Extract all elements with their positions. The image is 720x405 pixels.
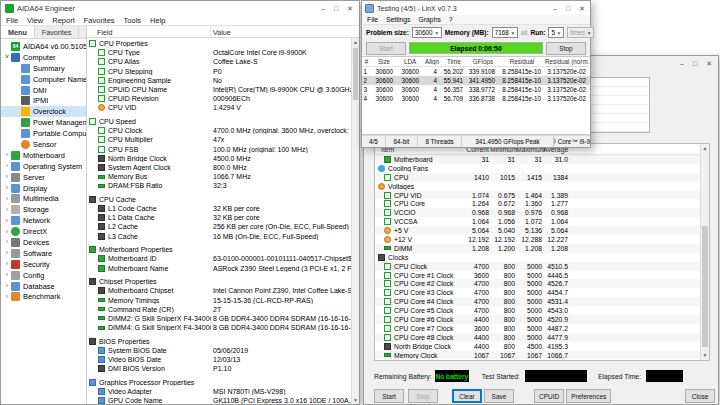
menu-item-report[interactable]: Report (52, 16, 75, 25)
stats-row[interactable]: CPU Core #6 Clock440080050004520.9 (375, 315, 700, 324)
stats-row[interactable]: CPU VID1.0740.6751.4641.389 (375, 191, 700, 200)
tree-collapsed-arrow-icon[interactable]: › (3, 282, 11, 290)
field-row[interactable]: DIMM4: G Skill SniperX F4-3400C16-8G...8… (87, 323, 359, 332)
column-header-time[interactable]: Time (441, 58, 467, 65)
field-row[interactable]: Video AdapterMSI N780Ti (MS-V298) (87, 387, 359, 396)
tab-favorites[interactable]: Favorites (35, 26, 80, 38)
results-row[interactable]: 23060030600455.941341.49508.258415e-103.… (362, 76, 590, 85)
tree-item-config[interactable]: ›Config (1, 270, 86, 281)
minimize-icon[interactable]: – (321, 5, 325, 12)
tree-item-power-management[interactable]: Power Management (1, 117, 86, 128)
field-group-row[interactable]: Chipset Properties (87, 277, 359, 286)
stop-button[interactable]: Stop (408, 389, 438, 403)
save-button[interactable]: Save (484, 389, 514, 403)
field-group-row[interactable]: CPU Properties (87, 39, 359, 48)
field-group-row[interactable]: Motherboard Properties (87, 245, 359, 254)
tree-item-portable-computer[interactable]: Portable Computer (1, 128, 86, 139)
maximize-icon[interactable]: □ (566, 5, 570, 12)
stats-row[interactable]: CPU Core #2 Clock470080050004526.7 (375, 279, 700, 288)
field-row[interactable]: CPU Clock4700.0 MHz (original: 3600 MHz,… (87, 126, 359, 135)
run-select[interactable]: 5 ▼ (548, 27, 564, 38)
results-row[interactable]: 13060030600456.202339.91088.258415e-103.… (362, 67, 590, 76)
tree-collapsed-arrow-icon[interactable]: › (3, 151, 11, 159)
close-button[interactable]: Close (685, 389, 715, 403)
field-row[interactable]: DMI BIOS VersionP1.10 (87, 364, 359, 373)
results-row[interactable]: 33060030600456.357338.97728.258415e-103.… (362, 85, 590, 94)
field-row[interactable]: GPU Code NameGK110B (PCI Express 3.0 x16… (87, 396, 359, 404)
field-row[interactable]: Command Rate (CR)2T (87, 305, 359, 314)
tree-item-database[interactable]: ›Database (1, 281, 86, 292)
field-row[interactable]: Motherboard ID63-0100-000001-00101111-04… (87, 254, 359, 263)
results-row[interactable]: 43060030600456.709336.87388.258415e-103.… (362, 94, 590, 103)
field-row[interactable]: CPU Multiplier47x (87, 135, 359, 144)
tree-item-computer[interactable]: ˅Computer (1, 52, 86, 63)
column-header-[interactable]: # (362, 58, 371, 65)
stats-row[interactable]: CPU Core #8 Clock440080050004477.9 (375, 333, 700, 342)
cpuid-button[interactable]: CPUID (534, 389, 564, 403)
stats-row[interactable]: CPU Core #7 Clock360080050004487.2 (375, 324, 700, 333)
tree-item-display[interactable]: ›Display (1, 183, 86, 194)
tree-item-benchmark[interactable]: ›Benchmark (1, 291, 86, 302)
start-button[interactable]: Start (374, 389, 404, 403)
field-row[interactable]: Motherboard NameASRock Z390 Steel Legend… (87, 263, 359, 272)
value-column-header[interactable]: Value (211, 26, 359, 37)
memory-select[interactable]: 7168 ▼ (492, 27, 518, 38)
field-row[interactable]: CPUID Revision000906ECh (87, 94, 359, 103)
stats-row[interactable]: CPU Core1.2640.6721.3601.277 (375, 199, 700, 208)
field-row[interactable]: CPUID CPU NameIntel(R) Core(TM) i9-9900K… (87, 85, 359, 94)
field-row[interactable]: L3 Cache16 MB (On-Die, ECC, Full-Speed) (87, 232, 359, 241)
column-header-align[interactable]: Align (423, 58, 441, 65)
field-group-row[interactable]: CPU Speed (87, 117, 359, 126)
tree-item-network[interactable]: ›Network (1, 215, 86, 226)
close-icon[interactable]: ✕ (579, 5, 585, 12)
minimize-icon[interactable]: – (680, 60, 684, 67)
menu-item-help[interactable]: Help (150, 16, 165, 25)
scroll-up-icon[interactable]: ▲ (701, 144, 709, 153)
tree-item-operating-system[interactable]: ›Operating System (1, 161, 86, 172)
menu-item-file[interactable]: File (6, 16, 18, 25)
tree-collapsed-arrow-icon[interactable]: › (3, 195, 11, 203)
column-header-lda[interactable]: LDA (397, 58, 423, 65)
column-header-size[interactable]: Size (371, 58, 397, 65)
stats-row[interactable]: CPU Core #1 Clock360080050004446.5 (375, 271, 700, 280)
menu-item-file[interactable]: File (367, 16, 378, 23)
field-group-row[interactable]: CPU Cache (87, 195, 359, 204)
column-header-residual[interactable]: Residual (499, 58, 545, 65)
problem-size-select[interactable]: 30600 ▼ (412, 27, 442, 38)
minimize-icon[interactable]: – (553, 5, 557, 12)
tree-expanded-arrow-icon[interactable]: ˅ (3, 53, 11, 61)
tree-item-storage[interactable]: ›Storage (1, 204, 86, 215)
all-label[interactable]: all (521, 29, 528, 36)
tree-item-ipmi[interactable]: IPMI (1, 95, 86, 106)
scroll-down-icon[interactable]: ▼ (701, 351, 709, 360)
tree-collapsed-arrow-icon[interactable]: › (3, 228, 11, 236)
field-row[interactable]: Engineering SampleNo (87, 76, 359, 85)
tree-collapsed-arrow-icon[interactable]: › (3, 249, 11, 257)
tree-collapsed-arrow-icon[interactable]: › (3, 217, 11, 225)
preferences-button[interactable]: Preferences (566, 389, 611, 403)
field-row[interactable]: CPU SteppingP0 (87, 67, 359, 76)
menu-item-tools[interactable]: Tools (124, 16, 142, 25)
stop-button[interactable]: Stop (546, 42, 586, 55)
field-row[interactable]: DIMM2: G Skill SniperX F4-3400C16-8G...8… (87, 314, 359, 323)
stats-row[interactable]: +5 V5.0645.0405.1365.064 (375, 226, 700, 235)
stats-scrollbar[interactable]: ▲ ▼ (700, 144, 709, 360)
field-row[interactable]: Memory Bus1066.7 MHz (87, 172, 359, 181)
stats-row[interactable]: CPU Core #5 Clock470080050004543.0 (375, 306, 700, 315)
stats-row[interactable]: CPU Core #3 Clock470080050004454.7 (375, 288, 700, 297)
stats-row[interactable]: North Bridge Clock440080045004195.3 (375, 342, 700, 351)
field-row[interactable]: CPU VID1.4294 V (87, 103, 359, 112)
field-row[interactable]: Video BIOS Date12/03/13 (87, 355, 359, 364)
menu-item-graphs[interactable]: Graphs (419, 16, 441, 23)
field-row[interactable]: L1 Data Cache32 KB per core (87, 213, 359, 222)
field-row[interactable]: L2 Cache256 KB per core (On-Die, ECC, Fu… (87, 222, 359, 231)
field-row[interactable]: DRAM:FSB Ratio32:3 (87, 181, 359, 190)
stats-row[interactable]: +12 V12.19212.19212.28812.227 (375, 235, 700, 244)
field-group-row[interactable]: Graphics Processor Properties (87, 378, 359, 387)
tree-item-motherboard[interactable]: ›Motherboard (1, 150, 86, 161)
close-icon[interactable]: ✕ (706, 60, 712, 67)
tab-menu[interactable]: Menu (1, 26, 35, 38)
field-row[interactable]: CPU FSB100.0 MHz (original: 100 MHz) (87, 144, 359, 153)
tree-collapsed-arrow-icon[interactable]: › (3, 173, 11, 181)
scrollbar-thumb[interactable] (353, 48, 358, 100)
